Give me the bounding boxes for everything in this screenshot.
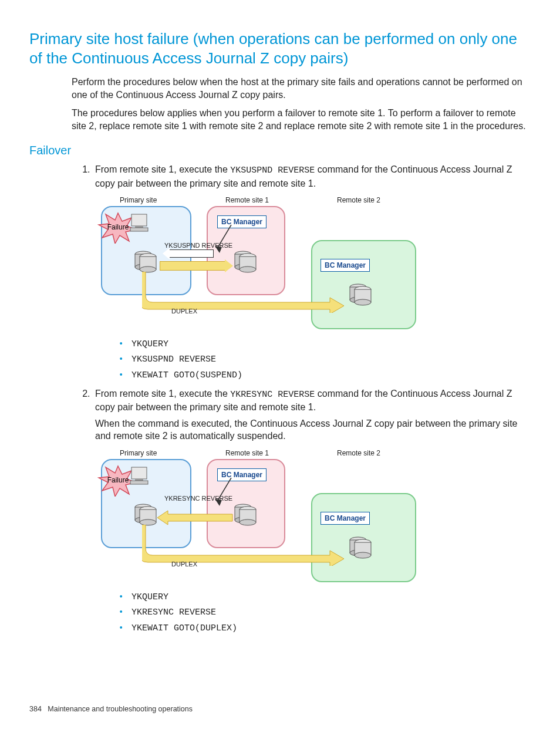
thin-arrow xyxy=(214,225,237,254)
white-arrow-1 xyxy=(169,249,214,258)
intro-para-2: The procedures below applies when you pe… xyxy=(72,107,531,132)
step-2-cmd: YKRESYNC REVERSE xyxy=(230,390,315,400)
svg-point-49 xyxy=(355,552,371,558)
d2-host-icon xyxy=(128,466,151,487)
s1-bullet-1: YKQUERY xyxy=(131,339,531,350)
d2-cylinder-remote1 xyxy=(232,504,258,527)
duplex-label-1: DUPLEX xyxy=(171,307,197,316)
s1-bullet-2: YKSUSPND REVERSE xyxy=(131,354,531,366)
section-failover: Failover xyxy=(29,143,531,158)
label-primary: Primary site xyxy=(120,195,157,205)
bc-manager-2: BC Manager xyxy=(321,259,370,272)
s1-bullet-3: YKEWAIT GOTO(SUSPEND) xyxy=(131,370,531,382)
s2-bullet-3: YKEWAIT GOTO(DUPLEX) xyxy=(131,623,531,634)
s2-bullet-1: YKQUERY xyxy=(131,592,531,603)
host-icon xyxy=(128,213,151,234)
svg-rect-27 xyxy=(131,467,147,479)
d2-label-remote2: Remote site 2 xyxy=(337,448,380,458)
diagram-1: Primary site Remote site 1 Remote site 2… xyxy=(101,195,418,330)
svg-marker-50 xyxy=(157,511,232,525)
d2-bc-manager-2: BC Manager xyxy=(321,512,370,525)
step-1-pre: From remote site 1, execute the xyxy=(95,164,230,174)
intro-para-1: Perform the procedures below when the ho… xyxy=(72,76,531,101)
label-remote2: Remote site 2 xyxy=(337,195,380,205)
d2-cylinder-primary xyxy=(133,504,158,527)
step-2: From remote site 1, execute the YKRESYNC… xyxy=(93,387,531,634)
step-1: From remote site 1, execute the YKSUSPND… xyxy=(93,163,531,382)
svg-point-24 xyxy=(355,299,371,305)
d2-duplex-label: DUPLEX xyxy=(171,560,197,569)
cylinder-remote1 xyxy=(232,251,258,274)
s2-bullet-2: YKRESYNC REVERSE xyxy=(131,607,531,619)
svg-marker-31 xyxy=(215,499,222,506)
step-1-cmd: YKSUSPND REVERSE xyxy=(230,166,315,175)
svg-rect-2 xyxy=(131,214,147,226)
svg-text:Failure: Failure xyxy=(107,223,129,231)
label-remote1: Remote site 1 xyxy=(225,195,269,205)
d2-label-primary: Primary site xyxy=(120,448,157,458)
svg-line-5 xyxy=(217,225,231,248)
yellow-arrow-1 xyxy=(160,261,225,271)
svg-rect-4 xyxy=(130,228,148,231)
step-2-extra: When the command is executed, the Contin… xyxy=(95,417,531,443)
svg-marker-6 xyxy=(215,246,222,253)
page-title: Primary site host failure (when operatio… xyxy=(29,29,531,67)
diagram-2: Primary site Remote site 1 Remote site 2… xyxy=(101,448,418,583)
svg-line-30 xyxy=(217,478,231,501)
svg-rect-29 xyxy=(130,481,148,484)
svg-text:Failure: Failure xyxy=(107,476,129,484)
step-2-pre: From remote site 1, execute the xyxy=(95,389,230,399)
d2-label-remote1: Remote site 1 xyxy=(225,448,269,458)
d2-yellow-arrow xyxy=(157,509,234,526)
d2-thin-arrow xyxy=(214,478,237,507)
cylinder-primary xyxy=(133,251,158,274)
